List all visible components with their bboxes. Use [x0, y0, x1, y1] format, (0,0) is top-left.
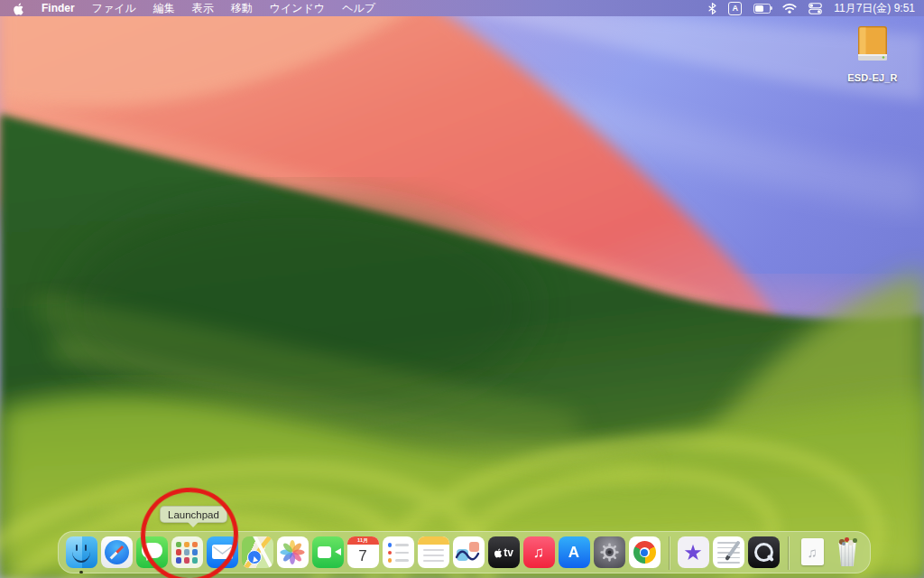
icon-art — [423, 560, 444, 562]
icon-art — [395, 544, 409, 546]
wifi-icon[interactable] — [782, 3, 797, 14]
icon-art — [388, 551, 393, 555]
menu-file[interactable]: ファイル — [92, 1, 136, 16]
gear-icon — [597, 540, 622, 564]
calendar-month-label: 11月 — [347, 536, 379, 545]
appstore-label: A — [568, 544, 579, 562]
dock-divider — [788, 536, 789, 570]
dock-item-chrome[interactable] — [629, 536, 661, 568]
icon-art — [318, 546, 331, 558]
dock-item-quicktime[interactable] — [748, 536, 780, 568]
icon-art — [395, 552, 409, 555]
apple-logo-icon — [494, 547, 503, 558]
icon-art — [388, 543, 393, 547]
menu-bar: Finder ファイル 編集 表示 移動 ウインドウ ヘルプ A — [0, 0, 924, 16]
dock-item-calendar[interactable]: 11月 7 — [347, 536, 379, 568]
icon-art — [85, 545, 88, 551]
icon-art — [713, 536, 744, 568]
star-icon: ★ — [683, 542, 703, 564]
icon-art — [453, 536, 485, 568]
battery-fill — [755, 5, 763, 12]
icon-art — [453, 536, 485, 568]
dock-item-music[interactable]: ♫ — [523, 536, 555, 568]
dock-item-musicfile[interactable]: ♫ — [797, 536, 828, 568]
drive-label: ESD-EJ_R — [842, 72, 903, 83]
icon-art: ★ — [678, 536, 709, 568]
dock-divider — [669, 536, 670, 570]
input-source-indicator[interactable]: A — [728, 2, 742, 15]
icon-art — [423, 549, 444, 551]
icon-art — [629, 536, 661, 568]
icon-art: A — [559, 536, 590, 568]
icon-art — [312, 536, 344, 568]
running-indicator-dot — [79, 571, 83, 574]
dock-item-freeform[interactable] — [453, 536, 485, 568]
bluetooth-icon[interactable] — [708, 3, 716, 14]
active-app-name[interactable]: Finder — [42, 2, 75, 14]
icon-art: ♫ — [523, 536, 555, 568]
music-note-icon: ♫ — [807, 545, 817, 560]
music-note-icon: ♫ — [533, 544, 545, 562]
icon-art: 11月 7 — [347, 536, 379, 568]
wallpaper — [0, 0, 924, 578]
apple-logo-icon — [13, 2, 24, 15]
icon-art — [423, 555, 444, 556]
menu-window[interactable]: ウインドウ — [270, 1, 325, 16]
menu-view[interactable]: 表示 — [192, 1, 214, 16]
icon-art — [76, 545, 79, 551]
calendar-day-label: 7 — [347, 545, 379, 568]
icon-art — [250, 553, 257, 562]
dock-item-imovie[interactable]: ★ — [678, 536, 709, 568]
icon-art — [242, 536, 273, 568]
dock-item-trash[interactable] — [832, 536, 864, 568]
dock-item-appstore[interactable]: A — [559, 536, 590, 568]
icon-art: tv — [488, 536, 520, 568]
external-drive-icon — [854, 25, 892, 67]
menu-go[interactable]: 移動 — [231, 1, 253, 16]
icon-art — [383, 536, 414, 568]
icon-art — [418, 536, 449, 568]
icon-art — [748, 536, 780, 568]
icon-art — [66, 536, 97, 568]
dock-item-finder[interactable] — [66, 536, 97, 568]
apple-menu[interactable] — [13, 2, 24, 15]
icon-art — [641, 549, 648, 556]
icon-art — [277, 536, 309, 568]
dock-item-photos[interactable] — [277, 536, 309, 568]
appletv-label: tv — [504, 546, 513, 559]
dock-item-appletv[interactable]: tv — [488, 536, 520, 568]
icon-art — [594, 536, 625, 568]
battery-icon[interactable] — [753, 4, 771, 14]
menu-edit[interactable]: 編集 — [153, 1, 175, 16]
dock-item-maps[interactable] — [242, 536, 273, 568]
icon-art — [247, 550, 262, 564]
icon-art — [395, 559, 409, 562]
dock-item-settings[interactable] — [594, 536, 625, 568]
dock-item-notes[interactable] — [418, 536, 449, 568]
icon-art — [388, 558, 393, 563]
icon-art — [418, 536, 449, 545]
menu-bar-clock[interactable]: 11月7日(金) 9:51 — [834, 1, 915, 16]
dock-item-textedit[interactable] — [713, 536, 744, 568]
dock-item-facetime[interactable] — [312, 536, 344, 568]
icon-art — [331, 548, 341, 555]
icon-art — [101, 536, 133, 568]
battery-nub — [771, 6, 772, 10]
icon-art — [837, 543, 858, 566]
icon-art — [717, 562, 740, 564]
menu-help[interactable]: ヘルプ — [342, 1, 375, 16]
dock-item-safari[interactable] — [101, 536, 133, 568]
control-center-icon[interactable] — [808, 3, 822, 14]
desktop-screen: Finder ファイル 編集 表示 移動 ウインドウ ヘルプ A — [0, 0, 924, 578]
icon-art — [853, 538, 857, 543]
icon-art: ♫ — [801, 538, 824, 565]
dock-item-reminders[interactable] — [383, 536, 414, 568]
icon-art — [842, 542, 845, 545]
desktop-drive-icon[interactable]: ESD-EJ_R — [842, 25, 903, 83]
